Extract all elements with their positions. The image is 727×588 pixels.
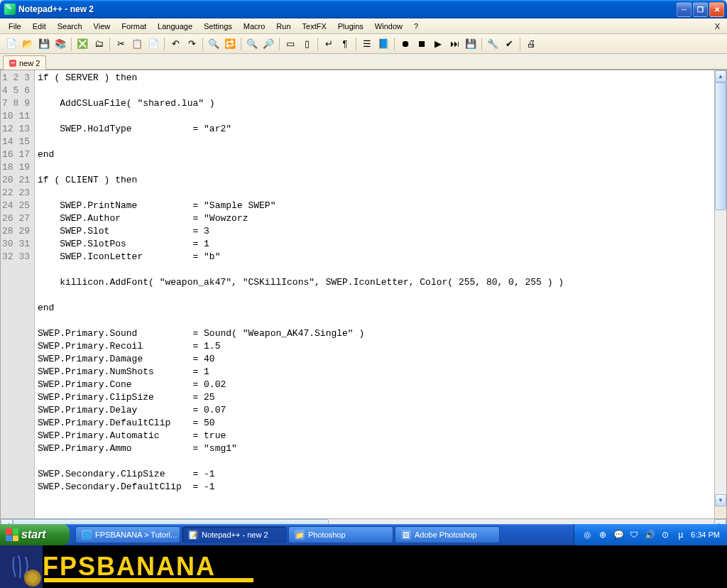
close-icon[interactable]: ❎: [75, 37, 89, 51]
taskbar-item[interactable]: 🖼Adobe Photoshop: [395, 526, 500, 543]
menu-file[interactable]: File: [3, 21, 27, 32]
banner-avatar: [0, 545, 43, 588]
menu-language[interactable]: Language: [152, 21, 198, 32]
taskbar-item[interactable]: 📝Notepad++ - new 2: [182, 526, 287, 543]
app-window: Notepad++ - new 2 ─ ❐ ✕ FileEditSearchVi…: [0, 0, 727, 545]
menu-format[interactable]: Format: [116, 21, 152, 32]
start-button[interactable]: start: [0, 524, 70, 545]
tray-icon[interactable]: ⊙: [660, 529, 671, 540]
tabbar: new 2: [0, 54, 727, 70]
line-gutter[interactable]: 1 2 3 4 5 6 7 8 9 10 11 12 13 14 15 16 1…: [1, 70, 35, 518]
app-icon: [4, 4, 16, 15]
scroll-thumb[interactable]: [715, 82, 726, 210]
paste-icon[interactable]: 📄: [146, 37, 160, 51]
mdi-close-button[interactable]: X: [711, 21, 724, 32]
editor: 1 2 3 4 5 6 7 8 9 10 11 12 13 14 15 16 1…: [0, 70, 727, 519]
unsaved-icon: [9, 60, 16, 67]
fpsbanana-banner: FPSBANANA: [0, 545, 727, 588]
all-chars-icon[interactable]: ¶: [338, 37, 352, 51]
banner-text: FPSBANANA: [43, 554, 216, 579]
wow-icon: [24, 570, 41, 587]
minimize-button[interactable]: ─: [677, 2, 692, 17]
sync-v-icon[interactable]: ▭: [283, 37, 297, 51]
tab-new-2[interactable]: new 2: [3, 55, 46, 70]
menu-search[interactable]: Search: [52, 21, 88, 32]
task-icon: 🖼: [401, 530, 411, 540]
cut-icon[interactable]: ✂: [114, 37, 128, 51]
clock[interactable]: 6:34 PM: [691, 530, 720, 539]
open-file-icon[interactable]: 📂: [21, 37, 35, 51]
tray-icon[interactable]: ⊕: [597, 529, 608, 540]
user-lang-icon[interactable]: 📘: [376, 37, 390, 51]
zoom-in-icon[interactable]: 🔍: [245, 37, 259, 51]
maximize-button[interactable]: ❐: [693, 2, 708, 17]
vertical-scrollbar[interactable]: ▲ ▼: [714, 70, 726, 518]
save-icon[interactable]: 💾: [37, 37, 51, 51]
new-file-icon[interactable]: 📄: [4, 37, 18, 51]
windows-logo-icon: [6, 528, 18, 541]
play-multi-icon[interactable]: ⏭: [447, 37, 461, 51]
menu-textfx[interactable]: TextFX: [297, 21, 332, 32]
menu-plugins[interactable]: Plugins: [332, 21, 369, 32]
stop-icon[interactable]: ⏹: [415, 37, 429, 51]
replace-icon[interactable]: 🔁: [223, 37, 237, 51]
save-macro-icon[interactable]: 💾: [464, 37, 478, 51]
task-icon: 📝: [188, 530, 198, 540]
toolbar: 📄📂💾📚❎🗂✂📋📄↶↷🔍🔁🔍🔎▭▯↵¶☰📘⏺⏹▶⏭💾🔧✔🖨: [0, 34, 727, 54]
zoom-out-icon[interactable]: 🔎: [261, 37, 275, 51]
menu-run[interactable]: Run: [270, 21, 296, 32]
redo-icon[interactable]: ↷: [185, 37, 199, 51]
taskbar-item[interactable]: 📁Photoshop: [288, 526, 393, 543]
titlebar[interactable]: Notepad++ - new 2 ─ ❐ ✕: [0, 0, 727, 18]
indent-guide-icon[interactable]: ☰: [360, 37, 374, 51]
tray-icon[interactable]: µ: [675, 529, 687, 540]
tab-label: new 2: [19, 59, 40, 67]
taskbar-item[interactable]: 🌐FPSBANANA > Tutori...: [75, 526, 180, 543]
sync-h-icon[interactable]: ▯: [300, 37, 314, 51]
wrap-icon[interactable]: ↵: [322, 37, 336, 51]
spellcheck-icon[interactable]: ✔: [502, 37, 516, 51]
close-all-icon[interactable]: 🗂: [92, 37, 106, 51]
task-icon: 📁: [295, 530, 305, 540]
tray-icon[interactable]: 💬: [613, 529, 624, 540]
print-icon[interactable]: 🖨: [524, 37, 538, 51]
menu-view[interactable]: View: [88, 21, 116, 32]
tray-icon[interactable]: 🛡: [628, 529, 640, 540]
menu-macro[interactable]: Macro: [238, 21, 271, 32]
menu-edit[interactable]: Edit: [27, 21, 52, 32]
menu-help[interactable]: ?: [408, 21, 424, 32]
record-icon[interactable]: ⏺: [398, 37, 412, 51]
find-icon[interactable]: 🔍: [207, 37, 221, 51]
menu-settings[interactable]: Settings: [198, 21, 238, 32]
menu-window[interactable]: Window: [369, 21, 408, 32]
scroll-up-icon[interactable]: ▲: [715, 70, 726, 82]
window-title: Notepad++ - new 2: [18, 4, 677, 14]
close-button[interactable]: ✕: [709, 2, 724, 17]
undo-icon[interactable]: ↶: [168, 37, 182, 51]
taskbar: start 🌐FPSBANANA > Tutori...📝Notepad++ -…: [0, 524, 727, 545]
menubar: FileEditSearchViewFormatLanguageSettings…: [0, 18, 727, 34]
copy-icon[interactable]: 📋: [130, 37, 144, 51]
save-all-icon[interactable]: 📚: [53, 37, 67, 51]
scroll-down-icon[interactable]: ▼: [715, 494, 726, 506]
task-icon: 🌐: [82, 530, 92, 540]
tray-icon[interactable]: 🔊: [644, 529, 655, 540]
task-buttons: 🌐FPSBANANA > Tutori...📝Notepad++ - new 2…: [70, 524, 574, 545]
launch-icon[interactable]: 🔧: [486, 37, 500, 51]
tray-icon[interactable]: ◎: [581, 529, 593, 540]
code-area[interactable]: if ( SERVER ) then AddCSLuaFile( "shared…: [35, 70, 714, 518]
system-tray: ◎⊕💬🛡🔊⊙µ6:34 PM: [574, 524, 727, 545]
play-icon[interactable]: ▶: [431, 37, 445, 51]
